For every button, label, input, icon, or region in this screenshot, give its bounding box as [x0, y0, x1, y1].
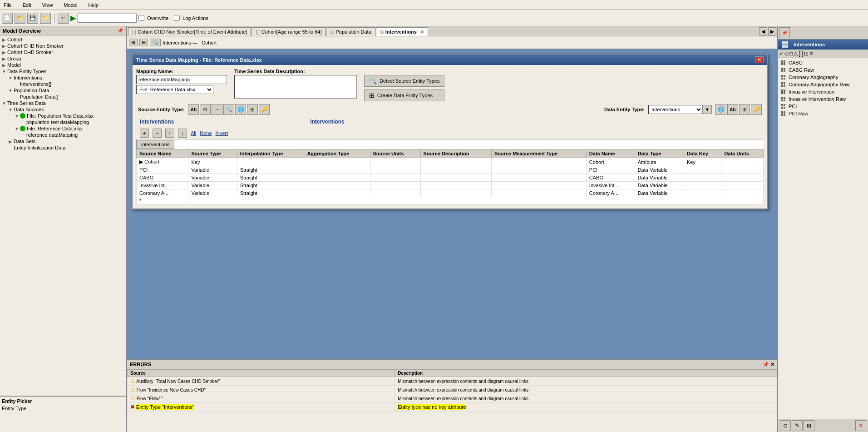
mapping-tab-panel: interventions Source Name Source Type In…: [136, 140, 764, 205]
table-row[interactable]: PCI Variable Straight PCI Data Varia: [137, 166, 764, 174]
cell-data-type: Data Variable: [635, 174, 684, 182]
rp-item-invasive-raw[interactable]: Invasive Intervention Raw: [779, 95, 867, 103]
tree-item-cohort-chd-nonsmoker[interactable]: ▶ Cohort CHD Non Smoker: [1, 43, 125, 49]
filter-all[interactable]: All: [191, 130, 196, 136]
log-actions-checkbox[interactable]: [174, 15, 180, 21]
tree-item-data-sets[interactable]: ▶ Data Sets: [1, 138, 125, 144]
tab-scroll-right[interactable]: ▶: [768, 27, 776, 36]
rp-footer-close[interactable]: ✕: [855, 420, 866, 431]
bottom-panel-pin[interactable]: 📌 ✕: [763, 362, 774, 367]
tree-item-data-entity-types[interactable]: ▼ Data Entity Types: [1, 68, 125, 74]
table-row[interactable]: CABG Variable Straight CABG Data Var: [137, 174, 764, 182]
down-row-btn[interactable]: ↓: [178, 129, 187, 138]
table-view-btn[interactable]: ⊟: [139, 39, 148, 46]
add-row-btn[interactable]: +: [140, 129, 149, 138]
data-entity-select[interactable]: Interventions: [648, 105, 703, 114]
tab-interventions[interactable]: ⊙ Interventions ✕: [376, 27, 428, 36]
create-data-entity-btn[interactable]: ⊞ Create Data Entity Types: [364, 89, 444, 101]
rp-footer-btn2[interactable]: ✎: [792, 420, 803, 431]
right-panel-pin[interactable]: 📌: [779, 27, 790, 38]
source-arrow-btn[interactable]: →: [212, 104, 222, 115]
source-globe-btn[interactable]: 🌐: [235, 104, 246, 115]
filter-invert[interactable]: Invert: [216, 130, 228, 136]
tab-cohort-age[interactable]: [·] Cohort[Age range 55 to 64]: [252, 27, 326, 36]
toolbar-text-input[interactable]: [78, 14, 137, 23]
tab-close-interventions[interactable]: ✕: [420, 30, 424, 35]
zoom-btn[interactable]: 🔍: [150, 39, 161, 46]
menu-model[interactable]: Model: [62, 1, 79, 9]
data-grid-btn[interactable]: ⊞: [739, 104, 750, 115]
source-ab-btn[interactable]: Ab: [188, 104, 199, 115]
source-key-btn[interactable]: 🔑: [259, 104, 270, 115]
toolbar-run-btn[interactable]: ▶: [70, 14, 76, 22]
tab-scroll-left[interactable]: ◀: [759, 27, 767, 36]
source-search-btn[interactable]: 🔍: [223, 104, 234, 115]
table-row[interactable]: ▶ Cohort Key Cohort Attribute: [137, 158, 764, 166]
source-circle-btn[interactable]: ⊙: [200, 104, 211, 115]
tab-cohort-chd[interactable]: [·] Cohort CHD Non Smoker[Time of Event …: [128, 27, 251, 36]
tree-item-population-data-arr[interactable]: Population Data[]: [1, 94, 125, 100]
mapping-name-input[interactable]: [136, 75, 227, 84]
tree-item-ref-file[interactable]: ▼ File: Reference Data.xlsx: [1, 125, 125, 132]
error-row[interactable]: ⚠ Auxiliary "Total New Cases CHD Smoker"…: [128, 377, 777, 386]
rp-item-invasive[interactable]: Invasive Intervention: [779, 88, 867, 95]
tree-item-cohort-chd-smoker[interactable]: ▶ Cohort CHD Smoker: [1, 49, 125, 55]
col-aggregation: Aggregation Type: [304, 149, 370, 158]
rp-footer-btn1[interactable]: ⊙: [780, 420, 791, 431]
data-key-btn[interactable]: 🔑: [751, 104, 762, 115]
detect-source-btn[interactable]: 🔍 Detect Source Entity Types: [364, 75, 444, 87]
source-grid-btn[interactable]: ⊞: [247, 104, 258, 115]
mapping-name-group: Mapping Name: File: Reference Data.xlsx: [136, 69, 227, 94]
menu-view[interactable]: View: [40, 1, 55, 9]
menu-help[interactable]: Help: [86, 1, 100, 9]
dialog-close-btn[interactable]: ✕: [755, 56, 764, 63]
tree-item-pop-mapping[interactable]: population test dataMapping: [1, 119, 125, 125]
toolbar-new-btn[interactable]: 📄: [2, 13, 13, 24]
rp-toolbar-triangle: △: [794, 50, 798, 57]
data-entity-dropdown[interactable]: ▼: [703, 105, 712, 114]
data-globe-btn[interactable]: 🌐: [715, 104, 726, 115]
table-row[interactable]: Invasive Int... Variable Straight Invasi…: [137, 182, 764, 189]
tree-item-interventions[interactable]: ▼ Interventions: [1, 74, 125, 81]
rp-item-pci[interactable]: PCI: [779, 103, 867, 110]
overwrite-checkbox[interactable]: [138, 15, 144, 21]
rp-item-pci-raw[interactable]: PCI Raw: [779, 110, 867, 117]
toolbar-save-as-btn[interactable]: 📁: [40, 13, 51, 24]
table-row[interactable]: Coronary A... Variable Straight Coronary…: [137, 189, 764, 197]
menu-file[interactable]: File: [2, 1, 14, 9]
menu-edit[interactable]: Edit: [21, 1, 33, 9]
tree-item-cohort[interactable]: ▶ Cohort: [1, 36, 125, 43]
error-row-highlight[interactable]: ✖ Entity Type "Interventions" Entity typ…: [128, 403, 777, 412]
toolbar-save-btn[interactable]: 💾: [27, 13, 38, 24]
filter-none[interactable]: None: [200, 130, 212, 136]
rp-item-coronary[interactable]: Coronary Angiography: [779, 74, 867, 81]
tab-population-data[interactable]: ⊙ Population Data: [326, 27, 375, 36]
rp-item-cabg-raw[interactable]: CABG Raw: [779, 66, 867, 74]
grid-view-btn[interactable]: ⊞: [129, 39, 138, 46]
description-textarea[interactable]: [234, 75, 357, 99]
rp-footer-btn3[interactable]: ⊞: [804, 420, 814, 431]
tree-item-interventions-arr[interactable]: Interventions[]: [1, 81, 125, 87]
tree-item-time-series-data[interactable]: ▼ Time Series Data: [1, 100, 125, 106]
rp-item-coronary-raw[interactable]: Coronary Angiography Raw: [779, 81, 867, 88]
tree-item-ref-mapping[interactable]: reference dataMapping: [1, 132, 125, 138]
tree-toggle-interventions: ▼: [7, 75, 14, 80]
up-row-btn[interactable]: ↑: [165, 129, 174, 138]
tree-item-model[interactable]: ▶ Model: [1, 62, 125, 68]
rp-item-cabg[interactable]: CABG: [779, 59, 867, 66]
tree-item-population-data[interactable]: ▼ Population Data: [1, 87, 125, 94]
error-row[interactable]: ⚠ Flow "Flow1" Mismatch between expressi…: [128, 394, 777, 403]
breadcrumb: Interventions --- Cohort: [163, 40, 217, 45]
tree-item-data-sources[interactable]: ▼ Data Sources: [1, 106, 125, 113]
remove-row-btn[interactable]: −: [153, 129, 162, 138]
file-select[interactable]: File: Reference Data.xlsx: [136, 85, 213, 94]
toolbar-back-btn[interactable]: ↩: [58, 13, 69, 24]
tree-item-pop-test-file[interactable]: ▼ File: Population Test Data.xlsx: [1, 113, 125, 119]
data-ab-btn[interactable]: Ab: [727, 104, 738, 115]
toolbar-open-btn[interactable]: 📂: [15, 13, 25, 24]
left-panel-pin[interactable]: 📌: [117, 28, 123, 34]
error-row[interactable]: ⚠ Flow "Incidence New Cases CHD" Mismatc…: [128, 386, 777, 394]
tree-item-entity-init[interactable]: Entity Initialization Data: [1, 144, 125, 151]
mapping-tab-header[interactable]: interventions: [136, 140, 174, 149]
tree-item-group[interactable]: ▶ Group: [1, 55, 125, 62]
